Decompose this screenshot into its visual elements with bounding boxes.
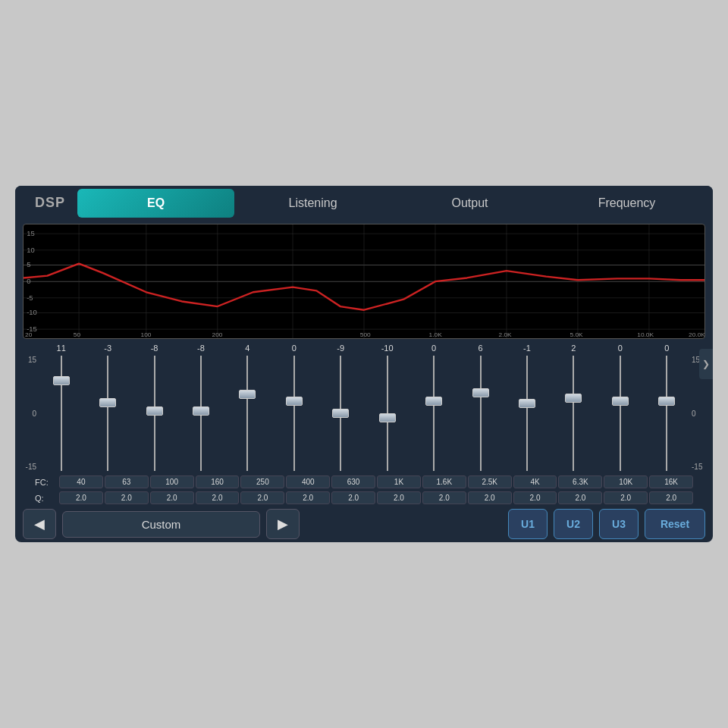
tab-eq[interactable]: EQ xyxy=(77,189,234,218)
db-value-7: -10 xyxy=(364,344,410,353)
slider-track-12[interactable] xyxy=(620,356,621,471)
db-value-13: 0 xyxy=(643,344,689,353)
slider-col-9 xyxy=(457,353,504,474)
db-value-1: -3 xyxy=(84,344,130,353)
q-cell-0[interactable]: 2.0 xyxy=(59,491,103,504)
slider-track-7[interactable] xyxy=(387,356,388,471)
svg-text:5: 5 xyxy=(27,261,30,268)
fc-cell-11[interactable]: 6.3K xyxy=(558,475,602,488)
fc-cell-4[interactable]: 250 xyxy=(240,475,284,488)
svg-text:20: 20 xyxy=(25,331,33,338)
slider-track-1[interactable] xyxy=(107,356,108,471)
slider-thumb-7[interactable] xyxy=(379,413,396,422)
u2-button[interactable]: U2 xyxy=(554,509,593,539)
slider-thumb-5[interactable] xyxy=(286,397,303,406)
slider-col-2 xyxy=(131,353,177,474)
q-cell-1[interactable]: 2.0 xyxy=(105,491,149,504)
tab-listening[interactable]: Listening xyxy=(234,189,391,218)
db-value-3: -8 xyxy=(177,344,224,353)
fc-cell-6[interactable]: 630 xyxy=(331,475,375,488)
slider-col-7 xyxy=(364,353,410,474)
db-value-12: 0 xyxy=(597,344,643,353)
fc-cell-12[interactable]: 10K xyxy=(604,475,648,488)
fc-cell-9[interactable]: 2.5K xyxy=(468,475,512,488)
next-button[interactable]: ▶ xyxy=(266,509,300,539)
fc-row: FC: 40631001602504006301K1.6K2.5K4K6.3K1… xyxy=(15,474,713,490)
slider-track-9[interactable] xyxy=(480,356,482,471)
slider-thumb-6[interactable] xyxy=(332,409,349,418)
svg-text:10: 10 xyxy=(27,246,34,253)
slider-track-4[interactable] xyxy=(246,356,248,471)
slider-thumb-1[interactable] xyxy=(99,398,116,407)
slider-col-6 xyxy=(318,353,364,474)
fc-cell-3[interactable]: 160 xyxy=(196,475,240,488)
slider-thumb-9[interactable] xyxy=(472,388,489,397)
q-cell-7[interactable]: 2.0 xyxy=(377,491,421,504)
svg-text:-5: -5 xyxy=(27,294,33,301)
fc-cell-5[interactable]: 400 xyxy=(286,475,330,488)
slider-track-10[interactable] xyxy=(526,356,528,471)
slider-track-0[interactable] xyxy=(61,356,62,471)
svg-text:100: 100 xyxy=(141,331,152,338)
q-cell-9[interactable]: 2.0 xyxy=(468,491,512,504)
q-cell-10[interactable]: 2.0 xyxy=(513,491,557,504)
q-row: Q: 2.02.02.02.02.02.02.02.02.02.02.02.02… xyxy=(15,490,713,506)
slider-track-2[interactable] xyxy=(154,356,155,471)
db-value-8: 0 xyxy=(410,344,457,353)
fc-cell-7[interactable]: 1K xyxy=(377,475,421,488)
svg-text:2.0K: 2.0K xyxy=(499,331,513,338)
fc-cell-2[interactable]: 100 xyxy=(150,475,194,488)
slider-col-3 xyxy=(177,353,224,474)
q-cell-8[interactable]: 2.0 xyxy=(422,491,466,504)
slider-thumb-13[interactable] xyxy=(658,397,675,406)
sliders-wrapper: 15 0 -15 15 0 -15 xyxy=(20,353,708,474)
q-cell-2[interactable]: 2.0 xyxy=(150,491,194,504)
reset-button[interactable]: Reset xyxy=(645,509,705,539)
sliders-inner xyxy=(38,353,690,474)
u1-button[interactable]: U1 xyxy=(508,509,548,539)
q-cell-11[interactable]: 2.0 xyxy=(558,491,602,504)
slider-track-3[interactable] xyxy=(200,356,202,471)
fc-label: FC: xyxy=(35,478,58,487)
slider-thumb-12[interactable] xyxy=(612,397,629,406)
slider-thumb-2[interactable] xyxy=(146,406,163,416)
fc-cell-8[interactable]: 1.6K xyxy=(422,475,466,488)
tab-frequency[interactable]: Frequency xyxy=(548,189,705,218)
slider-track-5[interactable] xyxy=(293,356,295,471)
fc-cell-1[interactable]: 63 xyxy=(105,475,149,488)
slider-col-8 xyxy=(410,353,457,474)
db-value-10: -1 xyxy=(504,344,550,353)
slider-track-8[interactable] xyxy=(433,356,435,471)
db-value-6: -9 xyxy=(318,344,364,353)
fc-cell-10[interactable]: 4K xyxy=(513,475,557,488)
tab-output[interactable]: Output xyxy=(391,189,548,218)
svg-text:10.0K: 10.0K xyxy=(637,331,654,338)
slider-col-10 xyxy=(504,353,550,474)
fc-cell-0[interactable]: 40 xyxy=(59,475,103,488)
svg-text:15: 15 xyxy=(27,230,34,237)
svg-text:500: 500 xyxy=(360,331,372,338)
slider-thumb-4[interactable] xyxy=(239,390,256,399)
q-cell-12[interactable]: 2.0 xyxy=(604,491,648,504)
slider-thumb-0[interactable] xyxy=(53,376,70,385)
svg-text:200: 200 xyxy=(212,331,224,338)
fc-cell-13[interactable]: 16K xyxy=(649,475,693,488)
slider-thumb-3[interactable] xyxy=(193,406,209,416)
u3-button[interactable]: U3 xyxy=(599,509,639,539)
q-cell-3[interactable]: 2.0 xyxy=(196,491,240,504)
slider-thumb-11[interactable] xyxy=(565,394,582,403)
slider-col-12 xyxy=(597,353,643,474)
slider-track-11[interactable] xyxy=(573,356,574,471)
q-cell-13[interactable]: 2.0 xyxy=(649,491,693,504)
svg-text:0: 0 xyxy=(27,278,30,284)
header: DSP EQ Listening Output Frequency xyxy=(15,186,713,221)
slider-thumb-10[interactable] xyxy=(519,399,535,408)
slider-track-6[interactable] xyxy=(340,356,341,471)
q-cell-4[interactable]: 2.0 xyxy=(240,491,284,504)
slider-track-13[interactable] xyxy=(666,356,667,471)
side-arrow[interactable]: ❯ xyxy=(699,349,713,379)
slider-thumb-8[interactable] xyxy=(425,397,442,406)
q-cell-5[interactable]: 2.0 xyxy=(286,491,330,504)
q-cell-6[interactable]: 2.0 xyxy=(331,491,375,504)
prev-button[interactable]: ◀ xyxy=(23,509,56,539)
